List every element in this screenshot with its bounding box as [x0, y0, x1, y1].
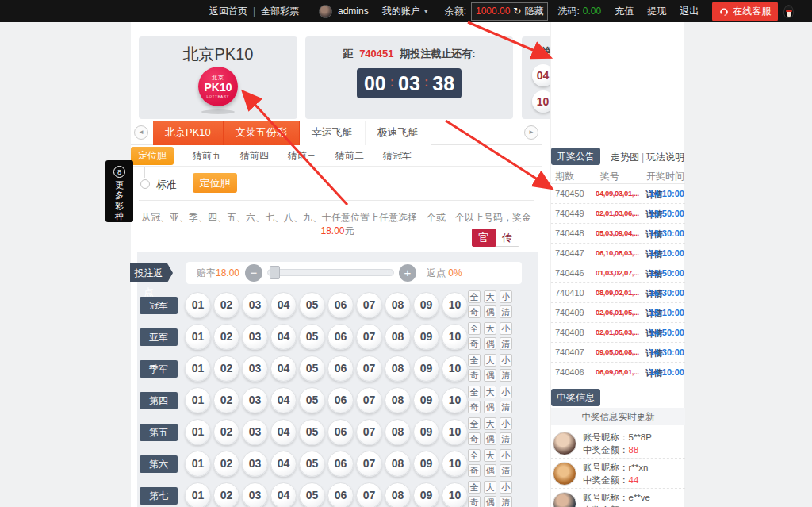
playtype-tab[interactable]: 定位胆	[131, 147, 174, 165]
select-big-button[interactable]: 大	[484, 417, 496, 430]
playtype-tab[interactable]: 猜前四	[240, 149, 269, 163]
standard-mode-radio[interactable]	[140, 179, 150, 189]
qq-penguin-icon[interactable]	[783, 5, 794, 18]
select-odd-button[interactable]: 奇	[468, 305, 481, 318]
number-ball[interactable]: 02	[213, 387, 239, 413]
rebate-decrease-button[interactable]: −	[245, 264, 262, 282]
number-ball[interactable]: 10	[442, 419, 468, 445]
number-ball[interactable]: 02	[213, 355, 239, 382]
select-big-button[interactable]: 大	[484, 354, 496, 367]
number-ball[interactable]: 07	[356, 419, 382, 445]
positioning-mode-button[interactable]: 定位胆	[193, 173, 237, 193]
number-ball[interactable]: 09	[413, 451, 439, 477]
number-ball[interactable]: 01	[185, 482, 211, 507]
number-ball[interactable]: 08	[385, 451, 411, 477]
number-ball[interactable]: 01	[185, 324, 211, 350]
trend-chart-link[interactable]: 走势图	[611, 152, 639, 163]
select-even-button[interactable]: 偶	[484, 401, 496, 413]
number-ball[interactable]: 05	[299, 482, 325, 507]
select-odd-button[interactable]: 奇	[468, 369, 481, 382]
number-ball[interactable]: 06	[327, 387, 354, 413]
rules-link[interactable]: 玩法说明	[646, 152, 684, 163]
select-small-button[interactable]: 小	[500, 354, 512, 367]
number-ball[interactable]: 08	[385, 419, 411, 445]
select-odd-button[interactable]: 奇	[468, 337, 481, 350]
clear-button[interactable]: 清	[500, 369, 512, 382]
tabs-scroll-left-button[interactable]: ◄	[134, 125, 148, 140]
bet-row-label[interactable]: 冠军	[140, 297, 178, 314]
number-ball[interactable]: 05	[299, 355, 325, 382]
number-ball[interactable]: 09	[413, 419, 439, 445]
lottery-tab[interactable]: 幸运飞艇	[300, 121, 366, 145]
number-ball[interactable]: 09	[413, 355, 439, 382]
number-ball[interactable]: 03	[242, 355, 268, 382]
number-ball[interactable]: 05	[299, 324, 325, 350]
number-ball[interactable]: 05	[299, 292, 325, 318]
number-ball[interactable]: 02	[213, 419, 239, 445]
select-all-button[interactable]: 全	[468, 481, 481, 494]
select-small-button[interactable]: 小	[500, 386, 512, 398]
official-channel-button[interactable]: 官	[472, 229, 496, 247]
number-ball[interactable]: 01	[185, 451, 211, 477]
number-ball[interactable]: 08	[385, 355, 411, 382]
select-even-button[interactable]: 偶	[484, 496, 496, 507]
select-even-button[interactable]: 偶	[484, 464, 496, 477]
bet-row-label[interactable]: 亚军	[140, 328, 178, 346]
number-ball[interactable]: 02	[213, 292, 239, 318]
number-ball[interactable]: 02	[213, 324, 239, 350]
number-ball[interactable]: 09	[413, 324, 439, 350]
pk10-logo[interactable]: 北京 PK10 LOTTEARY	[198, 67, 238, 106]
playtype-tab[interactable]: 猜前三	[288, 149, 316, 163]
number-ball[interactable]: 07	[356, 451, 382, 477]
draw-announcement-button[interactable]: 开奖公告	[551, 148, 600, 165]
number-ball[interactable]: 10	[442, 451, 468, 477]
number-ball[interactable]: 04	[270, 387, 297, 413]
number-ball[interactable]: 06	[327, 292, 354, 318]
number-ball[interactable]: 08	[385, 324, 411, 350]
playtype-tab[interactable]: 猜前二	[335, 149, 364, 163]
bet-row-label[interactable]: 第七	[140, 487, 178, 505]
select-small-button[interactable]: 小	[500, 417, 512, 430]
withdraw-link[interactable]: 提现	[647, 5, 666, 18]
number-ball[interactable]: 07	[356, 355, 382, 382]
number-ball[interactable]: 10	[442, 292, 468, 318]
number-ball[interactable]: 04	[270, 324, 297, 350]
clear-button[interactable]: 清	[500, 496, 512, 507]
select-all-button[interactable]: 全	[468, 322, 481, 335]
select-big-button[interactable]: 大	[484, 386, 496, 398]
bet-row-label[interactable]: 第五	[140, 424, 178, 441]
number-ball[interactable]: 08	[385, 292, 411, 318]
tabs-scroll-right-button[interactable]: ►	[524, 125, 538, 140]
number-ball[interactable]: 03	[242, 419, 268, 445]
number-ball[interactable]: 04	[270, 355, 297, 382]
rebate-slider-track[interactable]	[267, 269, 394, 276]
number-ball[interactable]: 04	[270, 292, 297, 318]
clear-button[interactable]: 清	[500, 432, 512, 445]
winner-info-button[interactable]: 中奖信息	[551, 389, 600, 406]
number-ball[interactable]: 03	[242, 451, 268, 477]
select-small-button[interactable]: 小	[500, 481, 512, 494]
playtype-tab[interactable]: 猜前五	[193, 149, 221, 163]
online-service-button[interactable]: 在线客服	[712, 2, 778, 21]
select-even-button[interactable]: 偶	[484, 337, 496, 350]
number-ball[interactable]: 08	[385, 387, 411, 413]
select-big-button[interactable]: 大	[484, 322, 496, 335]
number-ball[interactable]: 10	[442, 355, 468, 382]
number-ball[interactable]: 05	[299, 419, 325, 445]
bet-row-label[interactable]: 第四	[140, 392, 178, 409]
number-ball[interactable]: 03	[242, 324, 268, 350]
bet-row-label[interactable]: 季军	[140, 360, 178, 378]
number-ball[interactable]: 03	[242, 387, 268, 413]
number-ball[interactable]: 03	[242, 292, 268, 318]
number-ball[interactable]: 06	[327, 482, 354, 507]
number-ball[interactable]: 07	[356, 387, 382, 413]
select-odd-button[interactable]: 奇	[468, 464, 481, 477]
lottery-tab[interactable]: 极速飞艇	[366, 121, 431, 145]
number-ball[interactable]: 08	[385, 482, 411, 507]
number-ball[interactable]: 02	[213, 482, 239, 507]
account-menu[interactable]: 我的账户 ▼	[382, 5, 429, 18]
number-ball[interactable]: 02	[213, 451, 239, 477]
select-big-button[interactable]: 大	[484, 290, 496, 303]
select-all-button[interactable]: 全	[468, 290, 481, 303]
number-ball[interactable]: 06	[327, 324, 354, 350]
